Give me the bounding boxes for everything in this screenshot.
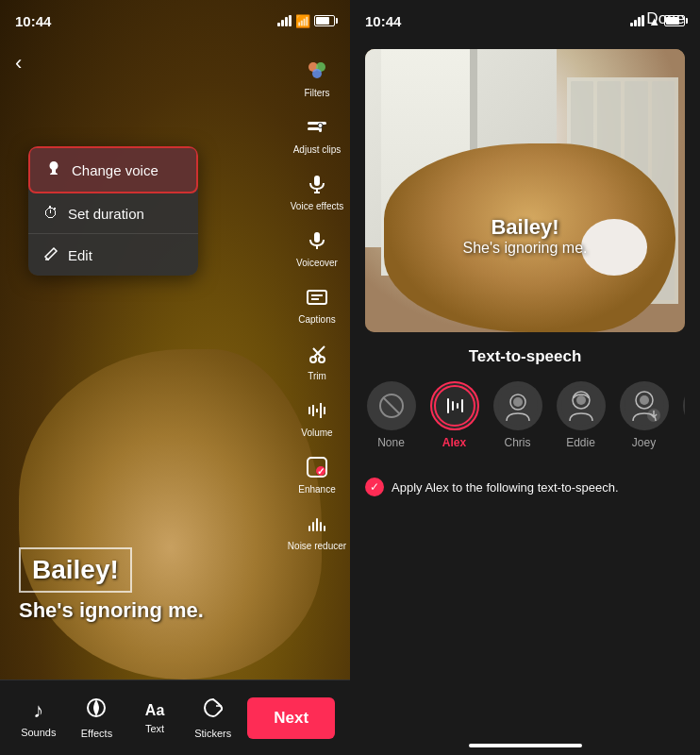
left-status-bar: 10:44 📶 <box>0 0 350 42</box>
svg-point-48 <box>576 395 586 405</box>
effects-label: Effects <box>81 728 112 739</box>
bottom-indicator <box>469 744 582 747</box>
voice-jess[interactable]: Jess <box>681 381 685 449</box>
sounds-icon: ♪ <box>33 698 43 723</box>
next-button[interactable]: Next <box>247 697 335 739</box>
svg-rect-42 <box>461 399 463 412</box>
text-overlay-title: Bailey! <box>32 555 119 584</box>
tab-effects[interactable]: Effects <box>73 697 120 739</box>
right-time: 10:44 <box>365 13 401 29</box>
apply-notice: ✓ Apply Alex to the following text-to-sp… <box>350 468 700 506</box>
svg-rect-29 <box>316 518 318 531</box>
apply-check-icon: ✓ <box>365 478 384 496</box>
voice-none-avatar <box>367 381 416 430</box>
noise-reducer-label: Noise reducer <box>288 541 346 551</box>
toolbar-captions[interactable]: Captions <box>296 277 337 330</box>
voice-none-label: None <box>377 436 405 449</box>
svg-rect-31 <box>324 526 325 531</box>
svg-text:✓: ✓ <box>317 466 325 477</box>
preview-text-overlay: Bailey! She's ignoring me. <box>365 215 685 257</box>
filters-label: Filters <box>304 88 329 98</box>
svg-point-15 <box>310 357 316 362</box>
done-button[interactable]: Done <box>646 9 685 28</box>
change-voice-icon <box>45 159 62 180</box>
svg-rect-41 <box>457 403 458 409</box>
context-menu-edit[interactable]: Edit <box>28 234 198 276</box>
adjust-clips-label: Adjust clips <box>293 144 342 155</box>
right-panel: 10:44 ▲ Done <box>350 0 700 755</box>
toolbar-volume[interactable]: Volume <box>299 391 334 444</box>
tab-sounds[interactable]: ♪ Sounds <box>15 698 62 738</box>
toolbar-voiceover[interactable]: Voiceover <box>294 221 340 274</box>
svg-rect-28 <box>312 522 314 531</box>
voice-alex[interactable]: Alex <box>428 381 480 449</box>
svg-rect-12 <box>308 291 326 304</box>
svg-point-51 <box>640 395 649 405</box>
voice-joey-avatar <box>620 381 669 430</box>
voice-eddie-label: Eddie <box>566 436 595 449</box>
tab-stickers[interactable]: Stickers <box>190 697 237 739</box>
voice-joey[interactable]: Joey <box>618 381 670 449</box>
voice-chris-label: Chris <box>504 436 530 449</box>
voice-eddie[interactable]: Eddie <box>555 381 607 449</box>
text-overlay: Bailey! She's ignoring me. <box>19 547 275 623</box>
video-preview: Bailey! She's ignoring me. <box>365 49 685 332</box>
svg-line-37 <box>383 397 400 414</box>
svg-rect-40 <box>452 401 454 411</box>
preview-title: Bailey! <box>365 215 685 240</box>
toolbar-noise-reducer[interactable]: Noise reducer <box>286 504 348 557</box>
voice-chris[interactable]: Chris <box>492 381 543 449</box>
toolbar-filters[interactable]: Filters <box>301 51 333 104</box>
toolbar-enhance[interactable]: ✓ Enhance <box>296 447 337 500</box>
svg-rect-32 <box>52 171 56 173</box>
right-signal-icon <box>630 15 644 26</box>
toolbar-trim[interactable]: Trim <box>301 334 333 387</box>
context-menu: Change voice ⏱ Set duration Edit <box>28 146 198 276</box>
wifi-icon: 📶 <box>295 14 310 28</box>
voice-joey-label: Joey <box>632 436 656 449</box>
apply-text: Apply Alex to the following text-to-spee… <box>392 480 619 495</box>
preview-subtitle: She's ignoring me. <box>365 240 685 257</box>
volume-icon <box>303 396 331 425</box>
svg-point-2 <box>312 69 322 78</box>
tts-title: Text-to-speech <box>365 347 685 366</box>
filters-icon <box>303 57 331 85</box>
bottom-toolbar: ♪ Sounds Effects Aa Text Sticker <box>0 680 350 755</box>
toolbar-adjust-clips[interactable]: Adjust clips <box>292 108 343 160</box>
edit-icon <box>43 245 58 264</box>
stickers-label: Stickers <box>194 728 231 739</box>
svg-rect-30 <box>320 522 322 531</box>
set-duration-label: Set duration <box>68 206 144 222</box>
effects-icon <box>86 697 107 724</box>
adjust-clips-icon <box>303 113 331 142</box>
svg-rect-39 <box>447 398 449 413</box>
voice-chris-avatar <box>493 381 542 430</box>
noise-reducer-icon <box>303 510 331 538</box>
tab-text[interactable]: Aa Text <box>131 702 178 734</box>
text-overlay-box: Bailey! <box>19 547 132 593</box>
toolbar-voice-effects[interactable]: Voice effects <box>289 164 346 217</box>
context-menu-change-voice[interactable]: Change voice <box>28 146 198 193</box>
back-button[interactable]: ‹ <box>15 51 22 76</box>
context-menu-set-duration[interactable]: ⏱ Set duration <box>28 193 198 234</box>
trim-label: Trim <box>308 371 326 381</box>
tts-section: Text-to-speech None <box>350 332 700 464</box>
text-overlay-subtitle: She's ignoring me. <box>19 598 204 622</box>
left-status-icons: 📶 <box>277 14 335 28</box>
svg-rect-10 <box>314 232 320 243</box>
voice-eddie-avatar <box>557 381 606 430</box>
trim-icon <box>303 340 331 368</box>
voice-alex-avatar <box>430 381 479 430</box>
voiceover-icon <box>303 226 331 255</box>
signal-icon <box>277 15 292 26</box>
enhance-label: Enhance <box>298 484 335 495</box>
sounds-label: Sounds <box>21 727 56 738</box>
set-duration-icon: ⏱ <box>43 205 58 222</box>
svg-rect-3 <box>308 122 326 125</box>
svg-point-16 <box>319 357 325 362</box>
voice-none[interactable]: None <box>365 381 417 449</box>
voice-effects-icon <box>303 170 331 198</box>
captions-icon <box>303 283 331 311</box>
svg-point-38 <box>435 386 475 426</box>
svg-rect-27 <box>308 526 310 531</box>
